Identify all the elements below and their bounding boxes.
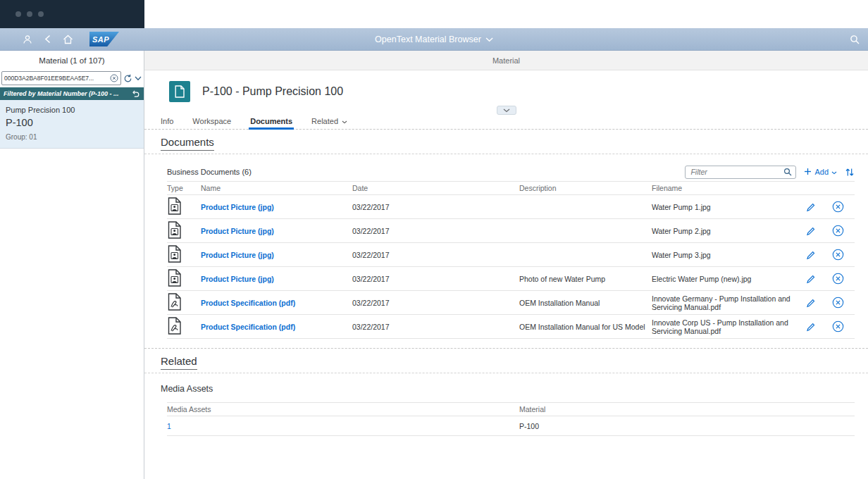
chevron-down-icon — [342, 117, 347, 125]
delete-icon[interactable] — [826, 201, 849, 213]
col-material: Material — [519, 403, 855, 416]
table-row: Product Picture (jpg) 03/22/2017 Water P… — [167, 243, 855, 267]
document-link[interactable]: Product Picture (jpg) — [201, 251, 274, 259]
jpg-document-icon — [167, 280, 182, 288]
related-section-title: Related — [161, 355, 197, 370]
table-row: Product Picture (jpg) 03/22/2017 Photo o… — [167, 267, 855, 291]
jpg-document-icon — [167, 232, 182, 240]
add-document-button[interactable]: Add — [804, 168, 837, 177]
delete-icon[interactable] — [826, 225, 849, 237]
edit-icon[interactable] — [801, 322, 821, 332]
material-search-input-box — [1, 71, 121, 85]
person-icon[interactable] — [23, 35, 32, 44]
shell-left-actions: SAP — [0, 32, 119, 46]
documents-section-title: Documents — [161, 136, 214, 151]
collapse-header-button[interactable] — [497, 106, 516, 115]
table-row: Product Picture (jpg) 03/22/2017 Water P… — [167, 195, 855, 219]
table-filter-box — [685, 166, 796, 179]
edit-icon[interactable] — [801, 298, 821, 308]
documents-table-title: Business Documents (6) — [167, 168, 677, 176]
material-list-header: Material (1 of 107) — [0, 51, 144, 70]
table-row: Product Specification (pdf) 03/22/2017 O… — [167, 315, 855, 339]
window-minimize-button[interactable] — [27, 11, 32, 17]
material-search-row — [0, 70, 144, 87]
tab-workspace[interactable]: Workspace — [192, 113, 231, 129]
tab-info[interactable]: Info — [161, 113, 173, 129]
search-icon[interactable] — [783, 168, 792, 176]
chevron-down-icon — [831, 168, 837, 176]
col-filename: Filename — [652, 182, 801, 195]
documents-table-toolbar: Business Documents (6) Add — [167, 163, 855, 181]
edit-icon[interactable] — [801, 274, 821, 284]
search-icon[interactable] — [850, 35, 860, 47]
app-title: OpenText Material Browser — [375, 35, 481, 44]
material-item-name: Pump Precision 100 — [6, 106, 138, 114]
col-description: Description — [519, 182, 652, 195]
tab-related[interactable]: Related — [311, 113, 347, 129]
business-documents-table: Type Name Date Description Filename Pro — [167, 181, 855, 339]
media-assets-title: Media Assets — [161, 384, 855, 394]
documents-rows: Product Picture (jpg) 03/22/2017 Water P… — [167, 195, 855, 339]
anchor-tabbar: Info Workspace Documents Related — [144, 113, 868, 130]
material-object-icon — [169, 81, 190, 102]
media-assets-table: Media Assets Material 1 P-100 — [167, 402, 855, 436]
delete-icon[interactable] — [826, 273, 849, 285]
material-list-item[interactable]: Pump Precision 100 P-100 Group: 01 — [0, 100, 144, 149]
section-divider — [144, 154, 868, 154]
pdf-document-icon — [167, 328, 182, 336]
section-divider — [144, 373, 868, 373]
col-type: Type — [167, 182, 201, 195]
titlebar — [0, 0, 868, 28]
refresh-icon[interactable] — [123, 74, 132, 83]
table-header-row: Media Assets Material — [167, 403, 855, 416]
app-title-menu[interactable]: OpenText Material Browser — [375, 28, 493, 51]
document-link[interactable]: Product Picture (jpg) — [201, 275, 274, 283]
material-list-sidebar: Material (1 of 107) Filtered by Material… — [0, 51, 144, 479]
home-icon[interactable] — [63, 35, 73, 44]
chevron-down-icon — [485, 35, 493, 44]
sap-logo: SAP — [89, 32, 119, 46]
document-link[interactable]: Product Picture (jpg) — [201, 203, 274, 211]
table-row: 1 P-100 — [167, 416, 855, 436]
shell-header: SAP OpenText Material Browser — [0, 28, 868, 51]
sort-icon[interactable] — [845, 168, 855, 177]
document-link[interactable]: Product Picture (jpg) — [201, 227, 274, 235]
table-row: Product Specification (pdf) 03/22/2017 O… — [167, 291, 855, 315]
table-filter-input[interactable] — [690, 168, 783, 176]
media-asset-link[interactable]: 1 — [167, 422, 171, 430]
jpg-document-icon — [167, 208, 182, 216]
back-chevron-icon[interactable] — [44, 35, 51, 44]
tab-documents[interactable]: Documents — [250, 113, 292, 129]
chevron-down-icon[interactable] — [135, 76, 142, 81]
edit-icon[interactable] — [801, 202, 821, 212]
document-link[interactable]: Product Specification (pdf) — [201, 299, 295, 307]
material-detail-panel: Material P-100 - Pump Precision 100 Info… — [144, 51, 868, 479]
filter-info-bar: Filtered by Material Number (P-100 - ... — [0, 87, 144, 100]
delete-icon[interactable] — [826, 249, 849, 261]
document-link[interactable]: Product Specification (pdf) — [201, 323, 295, 331]
pdf-document-icon — [167, 304, 182, 312]
app-window: SAP OpenText Material Browser Material (… — [0, 0, 868, 479]
titlebar-dark-region — [0, 0, 144, 28]
material-search-input[interactable] — [4, 75, 110, 82]
window-maximize-button[interactable] — [38, 11, 44, 17]
col-media-assets: Media Assets — [167, 403, 519, 416]
delete-icon[interactable] — [826, 297, 849, 309]
edit-icon[interactable] — [801, 226, 821, 236]
undo-filter-icon[interactable] — [131, 90, 140, 98]
material-item-number: P-100 — [6, 117, 138, 128]
table-header-row: Type Name Date Description Filename — [167, 182, 855, 195]
jpg-document-icon — [167, 256, 182, 264]
table-row: Product Picture (jpg) 03/22/2017 Water P… — [167, 219, 855, 243]
plus-icon — [804, 168, 812, 177]
col-name: Name — [201, 182, 352, 195]
clear-icon[interactable] — [110, 74, 118, 82]
material-item-group: Group: 01 — [6, 133, 138, 141]
edit-icon[interactable] — [801, 250, 821, 260]
object-title: P-100 - Pump Precision 100 — [202, 85, 343, 98]
col-date: Date — [352, 182, 519, 195]
detail-page-title: Material — [144, 51, 868, 70]
delete-icon[interactable] — [826, 321, 849, 332]
window-close-button[interactable] — [16, 11, 21, 17]
filter-info-text: Filtered by Material Number (P-100 - ... — [4, 90, 128, 97]
